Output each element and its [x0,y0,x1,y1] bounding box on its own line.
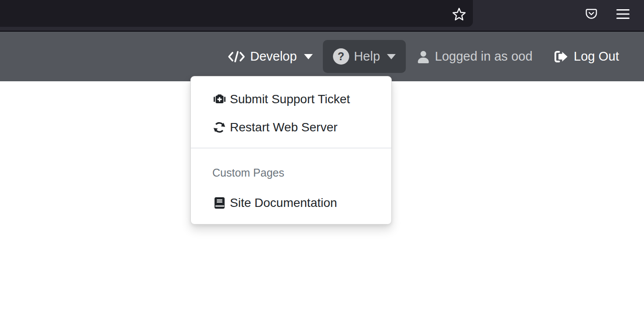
sign-out-icon [553,50,569,63]
menu-item-restart-web-server[interactable]: Restart Web Server [191,113,391,141]
question-circle-icon: ? [333,48,349,65]
menu-item-submit-support-ticket[interactable]: Submit Support Ticket [191,85,391,113]
sync-icon [212,121,226,134]
menu-item-label: Site Documentation [230,196,337,210]
pocket-button[interactable] [583,7,599,22]
medkit-icon [212,93,226,105]
chevron-down-icon [387,54,396,59]
book-icon [212,197,226,209]
nav-logout-link[interactable]: Log Out [543,40,629,73]
page: Develop ? Help Logged in as ood [0,0,644,333]
nav-develop-dropdown[interactable]: Develop [218,40,322,73]
logged-in-label: Logged in as ood [435,49,533,64]
nav-help-label: Help [354,49,380,64]
menu-header-custom-pages: Custom Pages [191,155,391,189]
nav-logout-label: Log Out [574,49,619,64]
menu-item-label: Restart Web Server [230,120,337,134]
menu-divider [191,148,391,148]
code-icon [228,50,245,63]
user-icon [416,49,430,64]
menu-item-label: Submit Support Ticket [230,92,350,106]
browser-menu-button[interactable] [614,8,632,20]
nav-help-dropdown[interactable]: ? Help [323,40,406,73]
help-dropdown-menu: Submit Support Ticket Restart Web Server… [190,76,392,224]
bookmark-star-icon [452,7,466,22]
chevron-down-icon [304,54,313,59]
menu-item-site-documentation[interactable]: Site Documentation [191,189,391,217]
logged-in-status: Logged in as ood [406,40,543,73]
url-bar[interactable] [0,0,473,27]
app-navbar: Develop ? Help Logged in as ood [0,32,644,81]
hamburger-menu-icon [616,9,630,19]
pocket-icon [585,7,598,21]
browser-toolbar [0,0,644,32]
nav-develop-label: Develop [250,49,297,64]
bookmark-star-button[interactable] [451,6,467,22]
